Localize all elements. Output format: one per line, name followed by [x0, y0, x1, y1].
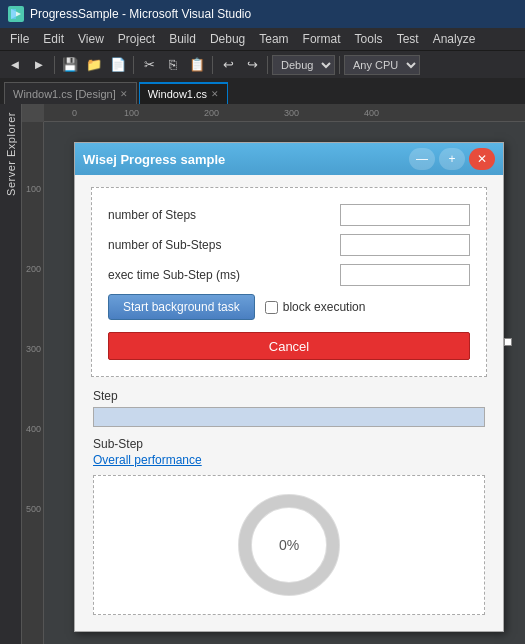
ruler-tick-0: 0: [72, 108, 77, 118]
ruler-vertical: 100 200 300 400 500: [22, 122, 44, 644]
sidebar-label: Server Explorer: [5, 112, 17, 196]
ruler-vtick-100: 100: [26, 184, 41, 194]
wpf-window-controls: — + ✕: [409, 148, 495, 170]
wpf-minimize-btn[interactable]: —: [409, 148, 435, 170]
toolbar: ◄ ► 💾 📁 📄 ✂ ⎘ 📋 ↩ ↪ Debug Any CPU: [0, 50, 525, 78]
tab-design[interactable]: Window1.cs [Design] ✕: [4, 82, 137, 104]
cancel-btn[interactable]: Cancel: [108, 332, 470, 360]
toolbar-sep2: [133, 56, 134, 74]
design-area: 0 100 200 300 400 100 200 300 400 500 Wi…: [22, 104, 525, 644]
toolbar-cut[interactable]: ✂: [138, 54, 160, 76]
toolbar-sep4: [267, 56, 268, 74]
ruler-tick-100: 100: [124, 108, 139, 118]
step-progress-bar: [93, 407, 485, 427]
ruler-tick-300: 300: [284, 108, 299, 118]
steps-input[interactable]: [340, 204, 470, 226]
tab-design-label: Window1.cs [Design]: [13, 88, 116, 100]
progress-section: Step Sub-Step Overall performance: [91, 389, 487, 615]
debug-config-select[interactable]: Debug: [272, 55, 335, 75]
steps-row: number of Steps: [108, 204, 470, 226]
menu-bar: File Edit View Project Build Debug Team …: [0, 28, 525, 50]
donut-chart-box: 0%: [93, 475, 485, 615]
substeps-label: number of Sub-Steps: [108, 238, 221, 252]
menu-file[interactable]: File: [4, 28, 35, 50]
wpf-titlebar: Wisej Progress sample — + ✕: [75, 143, 503, 175]
design-canvas: Wisej Progress sample — + ✕ number of St…: [44, 122, 525, 644]
resize-handle[interactable]: [504, 338, 512, 346]
menu-debug[interactable]: Debug: [204, 28, 251, 50]
exectime-row: exec time Sub-Step (ms): [108, 264, 470, 286]
ruler-tick-400: 400: [364, 108, 379, 118]
step-section-label: Step: [93, 389, 485, 403]
menu-tools[interactable]: Tools: [349, 28, 389, 50]
wpf-maximize-btn[interactable]: +: [439, 148, 465, 170]
menu-view[interactable]: View: [72, 28, 110, 50]
menu-test[interactable]: Test: [391, 28, 425, 50]
block-execution-label: block execution: [283, 300, 366, 314]
form-group: number of Steps number of Sub-Steps exec…: [91, 187, 487, 377]
menu-format[interactable]: Format: [297, 28, 347, 50]
server-explorer-sidebar[interactable]: Server Explorer: [0, 104, 22, 644]
wpf-close-btn[interactable]: ✕: [469, 148, 495, 170]
platform-select[interactable]: Any CPU: [344, 55, 420, 75]
wpf-body: number of Steps number of Sub-Steps exec…: [75, 175, 503, 631]
tabs-area: Window1.cs [Design] ✕ Window1.cs ✕: [0, 78, 525, 104]
menu-edit[interactable]: Edit: [37, 28, 70, 50]
ruler-vtick-500: 500: [26, 504, 41, 514]
toolbar-undo[interactable]: ↩: [217, 54, 239, 76]
toolbar-save[interactable]: 💾: [59, 54, 81, 76]
toolbar-new[interactable]: 📄: [107, 54, 129, 76]
title-bar: ProgressSample - Microsoft Visual Studio: [0, 0, 525, 28]
toolbar-open[interactable]: 📁: [83, 54, 105, 76]
checkbox-row: block execution: [265, 300, 366, 314]
ruler-vtick-300: 300: [26, 344, 41, 354]
toolbar-sep5: [339, 56, 340, 74]
donut-percent-label: 0%: [279, 537, 299, 553]
substep-section-label: Sub-Step: [93, 437, 485, 451]
toolbar-copy[interactable]: ⎘: [162, 54, 184, 76]
overall-performance-link[interactable]: Overall performance: [93, 453, 485, 467]
menu-team[interactable]: Team: [253, 28, 294, 50]
menu-build[interactable]: Build: [163, 28, 202, 50]
menu-project[interactable]: Project: [112, 28, 161, 50]
exectime-label: exec time Sub-Step (ms): [108, 268, 240, 282]
ruler-tick-200: 200: [204, 108, 219, 118]
tab-design-close[interactable]: ✕: [120, 89, 128, 99]
steps-label: number of Steps: [108, 208, 196, 222]
toolbar-redo[interactable]: ↪: [241, 54, 263, 76]
ruler-horizontal: 0 100 200 300 400: [44, 104, 525, 122]
exectime-input[interactable]: [340, 264, 470, 286]
toolbar-sep1: [54, 56, 55, 74]
toolbar-paste[interactable]: 📋: [186, 54, 208, 76]
toolbar-forward[interactable]: ►: [28, 54, 50, 76]
content-area: Server Explorer 0 100 200 300 400 100 20…: [0, 104, 525, 644]
substeps-row: number of Sub-Steps: [108, 234, 470, 256]
svg-marker-1: [11, 9, 16, 19]
tab-code[interactable]: Window1.cs ✕: [139, 82, 228, 104]
ruler-vtick-400: 400: [26, 424, 41, 434]
block-execution-checkbox[interactable]: [265, 301, 278, 314]
menu-analyze[interactable]: Analyze: [427, 28, 482, 50]
start-task-btn[interactable]: Start background task: [108, 294, 255, 320]
ruler-vtick-200: 200: [26, 264, 41, 274]
tab-code-close[interactable]: ✕: [211, 89, 219, 99]
substeps-input[interactable]: [340, 234, 470, 256]
action-group: Start background task block execution: [108, 294, 470, 320]
wpf-title: Wisej Progress sample: [83, 152, 225, 167]
toolbar-back[interactable]: ◄: [4, 54, 26, 76]
window-title: ProgressSample - Microsoft Visual Studio: [30, 7, 251, 21]
tab-code-label: Window1.cs: [148, 88, 207, 100]
toolbar-sep3: [212, 56, 213, 74]
app-icon: [8, 6, 24, 22]
wpf-window: Wisej Progress sample — + ✕ number of St…: [74, 142, 504, 632]
